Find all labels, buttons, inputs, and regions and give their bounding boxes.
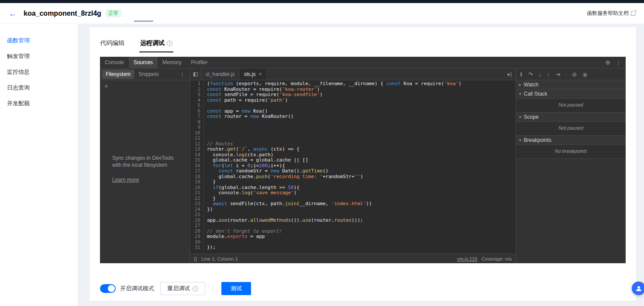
line-number[interactable]: 5 [190, 103, 204, 109]
line-number[interactable]: 19 [190, 179, 204, 185]
devtools-tab-profiler[interactable]: Profiler [186, 57, 212, 68]
sidebar-item-1[interactable]: 触发管理 [0, 48, 78, 64]
sync-text-line1: Sync changes in DevTools [112, 155, 189, 162]
line-number[interactable]: 21 [190, 190, 204, 196]
navigator-toggle-icon[interactable] [190, 69, 201, 80]
back-button[interactable]: ← [9, 10, 17, 17]
line-number[interactable]: 3 [190, 92, 204, 98]
deactivate-breakpoints-icon[interactable]: ⊘ [572, 72, 577, 77]
section-breakpoints[interactable]: ▾Breakpoints [516, 136, 626, 145]
code-line: 21 console.log('save message') [190, 190, 516, 196]
navigator-tab-snippets[interactable]: Snippets [134, 69, 163, 79]
sidebar-item-2[interactable]: 监控信息 [0, 64, 78, 80]
line-number[interactable]: 4 [190, 98, 204, 103]
restart-debug-label: 重启调试 [167, 285, 190, 292]
section-scope[interactable]: ▾Scope [516, 113, 626, 122]
pretty-print-icon[interactable]: {} [194, 256, 197, 261]
sidebar-item-3[interactable]: 日志查询 [0, 80, 78, 96]
debug-mode-toggle[interactable] [100, 284, 116, 293]
line-number[interactable]: 23 [190, 201, 204, 207]
code-text: const router = new KoaRouter() [207, 114, 294, 120]
line-number[interactable]: 15 [190, 158, 204, 163]
gear-icon[interactable]: ⚙ [605, 59, 610, 66]
function-card: 代码编辑远程调试i ConsoleSourcesMemoryProfiler ⚙… [89, 27, 637, 301]
vm-source-link[interactable]: vm.js:119 [457, 256, 477, 261]
section-call-stack[interactable]: ▾Call Stack [516, 89, 626, 99]
line-number[interactable]: 27 [190, 223, 204, 229]
caret-down-icon: ▾ [519, 138, 521, 142]
restart-debug-button[interactable]: 重启调试 i [160, 282, 205, 295]
navigator-kebab-icon[interactable]: ⋮ [177, 71, 188, 78]
step-into-icon[interactable]: ↓ [538, 72, 541, 77]
pause-icon[interactable]: ‖ [520, 72, 522, 77]
code-line: 7const router = new KoaRouter() [190, 114, 516, 120]
tab-indicator [134, 21, 153, 22]
debugger-pane: ‖ ↷ ↓ ↑ ⇥ ⊘ ◉ ▸Watch▾Call StackNot pause… [516, 69, 626, 263]
line-number[interactable]: 9 [190, 125, 204, 131]
toggle-knob [108, 285, 115, 292]
caret-down-icon: ▾ [519, 92, 521, 96]
file-tab-sls-js[interactable]: sls.js× [240, 69, 267, 80]
section-label: Call Stack [524, 91, 548, 97]
code-line: 26app.use(router.allowedMethods()).use(r… [190, 218, 516, 223]
code-text: }) [207, 207, 213, 213]
coverage-label: Coverage: n/a [482, 256, 512, 261]
help-doc-label: 函数服务帮助文档 [587, 10, 629, 17]
step-icon[interactable]: ⇥ [555, 72, 560, 77]
code-line: 9 [190, 125, 516, 131]
devtools-tab-console[interactable]: Console [100, 57, 129, 68]
close-tab-icon[interactable]: × [258, 71, 262, 77]
sidebar-item-4[interactable]: 并发配额 [0, 96, 78, 111]
line-number[interactable]: 6 [190, 109, 204, 114]
code-line: 23 await sendFile(ctx, path.join(__dirna… [190, 201, 516, 207]
card-tab-label: 代码编辑 [100, 39, 124, 47]
devtools-panel: ConsoleSourcesMemoryProfiler ⚙ ⋮ Filesys… [100, 57, 626, 263]
line-number[interactable]: 7 [190, 114, 204, 120]
sidebar: 函数管理触发管理监控信息日志查询并发配额 [0, 24, 78, 306]
debug-controls: 开启调试模式 重启调试 i 测试 [100, 282, 626, 295]
card-tab-0[interactable]: 代码编辑 [100, 39, 124, 52]
section-label: Watch [524, 82, 539, 88]
line-number[interactable]: 31 [190, 245, 204, 251]
file-tab-sl_handler-js[interactable]: sl_handler.js [201, 69, 240, 80]
line-number[interactable]: 2 [190, 87, 204, 93]
add-folder-button[interactable]: + [100, 80, 189, 92]
line-number[interactable]: 25 [190, 212, 204, 218]
step-over-icon[interactable]: ↷ [528, 72, 533, 77]
code-text: console.log('save message') [207, 190, 296, 196]
test-button[interactable]: 测试 [221, 282, 251, 295]
devtools-tab-memory[interactable]: Memory [158, 57, 186, 68]
section-label: Breakpoints [524, 137, 551, 143]
line-number[interactable]: 29 [190, 234, 204, 240]
devtools-toolbar: ConsoleSourcesMemoryProfiler ⚙ ⋮ [100, 57, 626, 69]
devtools-tab-sources[interactable]: Sources [129, 57, 158, 68]
main-content: 代码编辑远程调试i ConsoleSourcesMemoryProfiler ⚙… [78, 24, 644, 306]
more-tabs-icon[interactable]: ▸| [504, 69, 516, 80]
navigator-pane: FilesystemSnippets ⋮ + Sync changes in D… [100, 69, 190, 263]
code-line: 24}) [190, 207, 516, 213]
code-text: app.use(router.allowedMethods()).use(rou… [207, 218, 363, 223]
pause-on-exceptions-icon[interactable]: ◉ [582, 72, 587, 77]
assistant-icon [635, 285, 642, 292]
code-editor[interactable]: 1(function (exports, require, module, __… [190, 80, 516, 254]
learn-more-link[interactable]: Learn more [112, 176, 139, 183]
assistant-fab[interactable] [632, 282, 644, 295]
card-tabs: 代码编辑远程调试i [90, 27, 636, 52]
line-number[interactable]: 1 [190, 81, 204, 87]
code-line: 10 [190, 131, 516, 136]
debug-mode-label: 开启调试模式 [120, 285, 154, 292]
section-message: Not paused [516, 99, 626, 113]
step-out-icon[interactable]: ↑ [547, 72, 550, 77]
line-number[interactable]: 13 [190, 147, 204, 152]
filesystem-empty-state: Sync changes in DevTools with the local … [100, 92, 189, 263]
section-message: No breakpoints [516, 145, 626, 159]
kebab-menu-icon[interactable]: ⋮ [616, 59, 621, 66]
help-doc-link[interactable]: 函数服务帮助文档 [587, 10, 635, 17]
line-number[interactable]: 8 [190, 120, 204, 125]
line-number[interactable]: 11 [190, 136, 204, 141]
sidebar-item-0[interactable]: 函数管理 [0, 33, 78, 48]
card-tab-1[interactable]: 远程调试i [140, 39, 172, 52]
navigator-tab-filesystem[interactable]: Filesystem [102, 69, 134, 79]
section-watch[interactable]: ▸Watch [516, 80, 626, 89]
line-number[interactable]: 17 [190, 168, 204, 174]
